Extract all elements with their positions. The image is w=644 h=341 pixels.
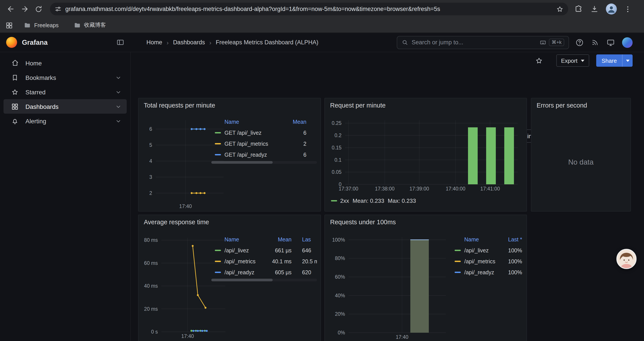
chevron-down-icon[interactable]: [115, 103, 122, 110]
series-color-dash: [215, 272, 221, 273]
arrow-right-icon: [20, 5, 29, 13]
legend-row[interactable]: /api/_metrics 40.1 ms 20.5 m: [211, 256, 317, 267]
help-icon[interactable]: [575, 38, 584, 47]
shortcut-badge: ⌘+k: [549, 39, 564, 46]
svg-text:0.15: 0.15: [332, 145, 342, 151]
series-name[interactable]: GET /api/_readyz: [224, 152, 284, 158]
scrollbar-thumb[interactable]: [211, 279, 273, 281]
bookmark-item[interactable]: 收藏博客: [74, 22, 106, 29]
legend-row[interactable]: GET /api/_metrics 2: [211, 138, 317, 149]
legend-header-name[interactable]: Name: [224, 119, 284, 125]
series-name[interactable]: /api/_livez: [464, 247, 498, 253]
legend-header-mean[interactable]: Mean: [259, 237, 302, 243]
panel-title[interactable]: Total requests per minute: [138, 98, 320, 109]
user-avatar[interactable]: [622, 37, 632, 48]
breadcrumb-dashboards[interactable]: Dashboards: [173, 39, 205, 46]
svg-text:0.2: 0.2: [334, 133, 342, 138]
series-mean: 2: [284, 141, 317, 147]
series-name[interactable]: /api/_livez: [224, 247, 259, 253]
series-name[interactable]: /api/_readyz: [224, 269, 259, 275]
legend-header-last[interactable]: Las: [302, 237, 317, 243]
share-menu-button[interactable]: [622, 55, 632, 67]
panel-title[interactable]: Errors per second: [531, 98, 630, 109]
legend-scrollbar[interactable]: [211, 161, 317, 164]
series-color-dash: [454, 272, 461, 273]
panel-legend: 2xx Mean: 0.233 Max: 0.233: [331, 197, 420, 204]
svg-text:17:38:00: 17:38:00: [375, 186, 394, 192]
legend-scrollbar[interactable]: [211, 279, 317, 281]
panel-title[interactable]: Request per minute: [325, 98, 526, 109]
legend-row[interactable]: /api/_metrics 100%: [451, 256, 522, 267]
svg-text:2: 2: [149, 190, 152, 196]
sidebar-item-bookmarks[interactable]: Bookmarks: [4, 70, 127, 85]
reload-button[interactable]: [32, 2, 46, 16]
legend-row[interactable]: GET /api/_readyz 6: [211, 149, 317, 160]
panel-legend: Name Mean Las /api/_livez 661 µs 646 /ap…: [211, 234, 317, 281]
legend-row[interactable]: /api/_livez 100%: [451, 245, 522, 256]
legend-row[interactable]: GET /api/_livez 6: [211, 127, 317, 138]
browser-toolbar: grafana.mathmast.com/d/deytv4rwavabkb/fr…: [0, 0, 644, 18]
sidebar-item-home[interactable]: Home: [4, 56, 127, 70]
legend-header-last[interactable]: Last *: [498, 237, 522, 243]
series-name[interactable]: GET /api/_metrics: [224, 141, 284, 147]
export-button[interactable]: Export: [556, 55, 589, 67]
series-mean: 40.1 ms: [259, 258, 302, 264]
share-label[interactable]: Share: [596, 55, 622, 67]
legend-row[interactable]: /api/_readyz 605 µs 620: [211, 267, 317, 278]
legend-row[interactable]: /api/_livez 661 µs 646: [211, 245, 317, 256]
grafana-logo-icon[interactable]: [6, 37, 17, 48]
sidebar-toggle-button[interactable]: [116, 38, 124, 47]
favorite-star-icon[interactable]: [534, 56, 543, 65]
svg-text:4: 4: [149, 158, 152, 164]
browser-menu-icon[interactable]: [624, 5, 632, 13]
news-rss-icon[interactable]: [591, 38, 599, 47]
bar-chart[interactable]: 0%20%40%60%80%100%17:40: [329, 234, 450, 340]
svg-text:0.05: 0.05: [332, 169, 342, 175]
series-name[interactable]: /api/_metrics: [464, 258, 498, 264]
series-name[interactable]: GET /api/_livez: [224, 130, 284, 136]
chevron-down-icon[interactable]: [115, 118, 122, 124]
profile-avatar[interactable]: [606, 4, 617, 15]
legend-header-mean[interactable]: Mean: [284, 119, 317, 125]
legend-row[interactable]: /api/_readyz 100%: [451, 267, 522, 278]
assistant-avatar[interactable]: [616, 249, 636, 269]
breadcrumb-home[interactable]: Home: [146, 39, 162, 46]
legend-header-name[interactable]: Name: [464, 237, 498, 243]
scrollbar-thumb[interactable]: [211, 161, 273, 164]
url-bar[interactable]: grafana.mathmast.com/d/deytv4rwavabkb/fr…: [50, 3, 568, 15]
sidebar-item-label: Bookmarks: [26, 74, 56, 81]
site-info-icon[interactable]: [54, 5, 62, 13]
svg-text:0.1: 0.1: [334, 157, 342, 163]
forward-button[interactable]: [18, 2, 32, 16]
series-name[interactable]: /api/_readyz: [464, 269, 498, 275]
back-button[interactable]: [4, 2, 18, 16]
sidebar-item-starred[interactable]: Starred: [4, 85, 127, 99]
panel-title[interactable]: Average response time: [138, 215, 320, 226]
chevron-down-icon[interactable]: [115, 89, 122, 95]
search-input[interactable]: Search or jump to... ⌘+k: [397, 36, 569, 49]
svg-text:17:40: 17:40: [396, 334, 408, 340]
legend-header-name[interactable]: Name: [224, 237, 259, 243]
sidebar-item-dashboards[interactable]: Dashboards: [4, 99, 127, 114]
chevron-right-icon: ›: [166, 39, 168, 46]
url-text[interactable]: grafana.mathmast.com/d/deytv4rwavabkb/fr…: [65, 6, 552, 12]
series-last: 100%: [498, 258, 522, 264]
no-data-message: No data: [531, 158, 630, 166]
avatar-illustration: [617, 250, 636, 268]
bookmark-star-icon[interactable]: [556, 5, 564, 13]
bookmark-label: Freeleaps: [34, 22, 58, 28]
bookmark-item[interactable]: Freeleaps: [24, 22, 58, 29]
extensions-icon[interactable]: [574, 5, 583, 14]
downloads-icon[interactable]: [590, 5, 599, 14]
sidebar-item-alerting[interactable]: Alerting: [4, 114, 127, 128]
display-icon[interactable]: [606, 38, 615, 47]
share-button[interactable]: Share: [596, 55, 632, 67]
chevron-down-icon: [581, 60, 584, 64]
panel-title[interactable]: Requests under 100ms: [325, 215, 526, 226]
series-name[interactable]: /api/_metrics: [224, 258, 259, 264]
series-name[interactable]: 2xx: [340, 197, 349, 204]
panel-request-per-minute: Request per minute 00.050.10.150.20.2517…: [324, 98, 527, 212]
chevron-down-icon[interactable]: [115, 74, 122, 81]
apps-grid-icon[interactable]: [5, 21, 13, 29]
bar-chart[interactable]: 00.050.10.150.20.2517:37:0017:38:0017:39…: [329, 118, 523, 192]
